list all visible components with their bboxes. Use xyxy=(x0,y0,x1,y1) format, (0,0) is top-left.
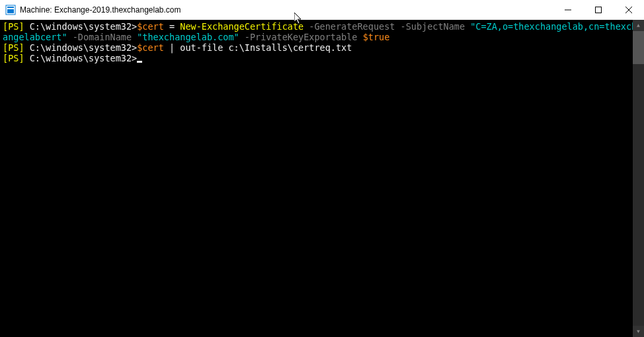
svg-rect-2 xyxy=(7,9,14,13)
svg-rect-4 xyxy=(596,7,602,13)
window-controls xyxy=(553,0,644,20)
window-title: Machine: Exchange-2019.thexchangelab.com xyxy=(20,5,553,15)
vertical-scrollbar[interactable]: ▲ ▼ xyxy=(633,20,644,337)
titlebar[interactable]: Machine: Exchange-2019.thexchangelab.com xyxy=(0,0,644,20)
maximize-button[interactable] xyxy=(583,0,614,20)
close-button[interactable] xyxy=(614,0,644,20)
terminal-line: [PS] C:\windows\system32>$cert | out-fil… xyxy=(3,42,641,53)
scrollbar-thumb[interactable] xyxy=(633,31,644,64)
terminal-line: [PS] C:\windows\system32> xyxy=(3,53,641,63)
terminal-output[interactable]: [PS] C:\windows\system32>$cert = New-Exc… xyxy=(0,20,644,337)
scroll-up-button[interactable]: ▲ xyxy=(633,20,644,31)
app-icon xyxy=(5,5,16,15)
minimize-button[interactable] xyxy=(553,0,583,20)
svg-rect-1 xyxy=(7,7,14,8)
terminal-line: [PS] C:\windows\system32>$cert = New-Exc… xyxy=(3,21,641,42)
text-cursor xyxy=(137,61,142,63)
scroll-down-button[interactable]: ▼ xyxy=(633,326,644,337)
